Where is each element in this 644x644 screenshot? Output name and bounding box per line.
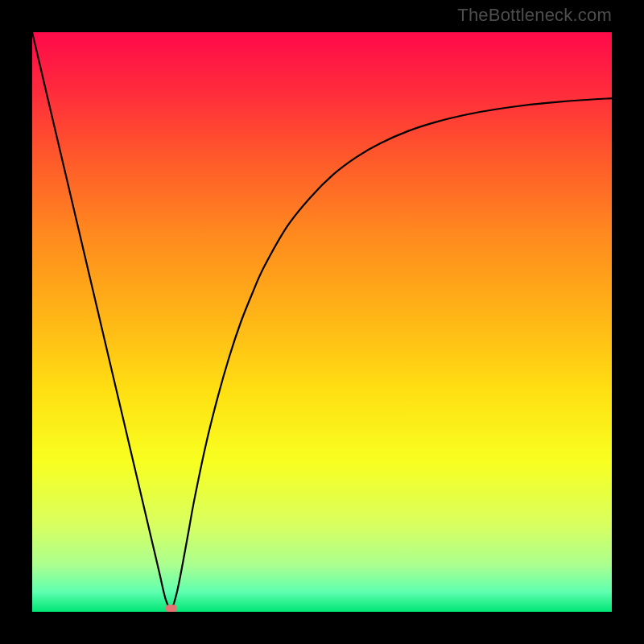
chart-svg bbox=[32, 32, 612, 612]
watermark-text: TheBottleneck.com bbox=[457, 5, 612, 26]
optimal-marker bbox=[166, 605, 177, 612]
gradient-background bbox=[32, 32, 612, 612]
plot-area bbox=[32, 32, 612, 612]
chart-frame: TheBottleneck.com bbox=[0, 0, 644, 644]
